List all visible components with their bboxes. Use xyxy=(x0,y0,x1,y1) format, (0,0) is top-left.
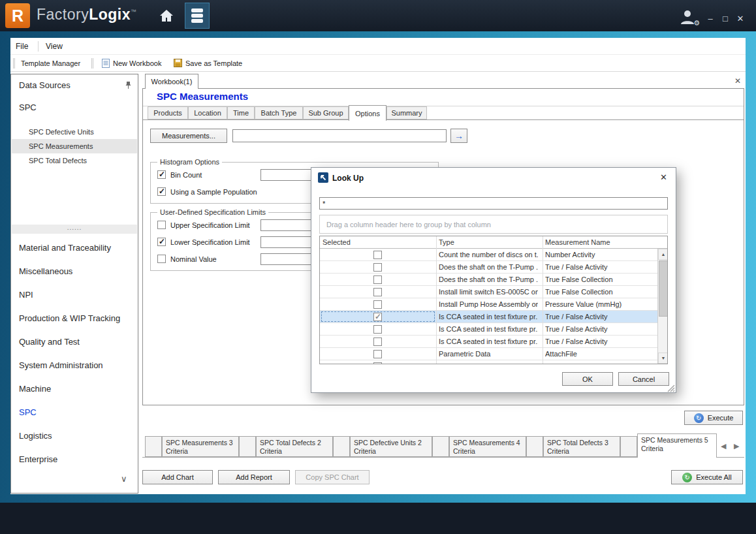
sidebar-splitter[interactable]: ...... xyxy=(12,225,137,234)
column-header-measurement-name[interactable]: Measurement Name xyxy=(545,238,610,246)
lookup-row[interactable]: Is CCA seated in test fixture pr... True… xyxy=(320,336,657,348)
row-select-checkbox[interactable] xyxy=(373,325,382,334)
gear-icon: ⚙ xyxy=(693,19,700,27)
tab-location[interactable]: Location xyxy=(188,106,227,119)
row-select-checkbox[interactable] xyxy=(373,263,382,272)
row-select-checkbox[interactable] xyxy=(373,251,382,259)
lookup-dialog-close-icon[interactable]: ✕ xyxy=(660,172,667,182)
criteria-tab-spacer[interactable] xyxy=(620,436,637,457)
lookup-row[interactable]: Count the number of discs on t... Number… xyxy=(320,249,657,261)
lookup-row[interactable]: Does the shaft on the T-Pump ... True Fa… xyxy=(320,274,657,286)
tab-batch-type[interactable]: Batch Type xyxy=(255,106,303,119)
tab-time[interactable]: Time xyxy=(227,106,255,119)
row-select-checkbox[interactable] xyxy=(373,275,382,284)
cell-type: Install Pump Hose Assembly on... xyxy=(439,300,538,308)
criteria-scroll-right-icon[interactable]: ▶ xyxy=(734,442,739,450)
criteria-tab-spc-total-defects-3[interactable]: SPC Total Defects 3 Criteria xyxy=(543,436,620,457)
bin-count-checkbox[interactable] xyxy=(157,170,166,179)
row-select-checkbox[interactable] xyxy=(373,338,382,346)
lookup-row[interactable]: Is CCA seated in test fixture pr... True… xyxy=(320,323,657,336)
save-as-template-button[interactable]: Save as Template xyxy=(185,59,242,67)
scrollbar-up-icon[interactable]: ▲ xyxy=(658,249,668,260)
tab-summary[interactable]: Summary xyxy=(386,106,427,119)
sidebar-category-npi[interactable]: NPI xyxy=(19,290,33,300)
add-chart-button[interactable]: Add Chart xyxy=(142,470,213,484)
group-by-drop-zone[interactable]: Drag a column header here to group by th… xyxy=(319,215,668,234)
template-manager-button[interactable]: Template Manager xyxy=(21,59,80,67)
add-report-button[interactable]: Add Report xyxy=(218,470,290,484)
lookup-row-selected[interactable]: Is CCA seated in test fixture pr... True… xyxy=(320,311,657,323)
resize-grip[interactable] xyxy=(667,383,675,395)
criteria-tab-spacer[interactable] xyxy=(239,436,256,457)
tab-workbook-1[interactable]: Workbook(1) xyxy=(145,74,198,89)
column-header-type[interactable]: Type xyxy=(439,238,454,246)
sidebar-scroll-down-icon[interactable]: ∨ xyxy=(121,474,127,484)
lookup-arrow-button[interactable]: → xyxy=(450,129,467,143)
lookup-row[interactable]: Install limit switch ES-0005C on... True… xyxy=(320,286,657,298)
lookup-row[interactable]: Does the shaft on the T-Pump ... True / … xyxy=(320,261,657,274)
sidebar-category-logistics[interactable]: Logistics xyxy=(19,431,52,441)
criteria-tab-spacer[interactable] xyxy=(432,436,449,457)
criteria-tab-spacer[interactable] xyxy=(333,436,350,457)
new-workbook-button[interactable]: New Workbook xyxy=(113,59,161,67)
sidebar-category-material-and-traceability[interactable]: Material and Traceability xyxy=(19,243,111,253)
minimize-button[interactable]: – xyxy=(705,14,716,24)
close-button[interactable]: ✕ xyxy=(735,14,746,24)
grid-scrollbar[interactable]: ▲ ▼ xyxy=(657,249,668,364)
criteria-tab-spacer[interactable] xyxy=(145,436,162,457)
measurements-button[interactable]: Measurements... xyxy=(150,129,227,143)
row-select-checkbox[interactable] xyxy=(373,362,382,364)
lookup-filter-input[interactable] xyxy=(319,197,668,210)
sidebar-category-production-wip-tracking[interactable]: Production & WIP Tracking xyxy=(19,313,120,323)
criteria-tab-spc-measurements-5[interactable]: SPC Measurements 5 Criteria xyxy=(637,433,717,458)
scrollbar-down-icon[interactable]: ▼ xyxy=(658,353,668,364)
sidebar-category-miscellaneous[interactable]: Miscellaneous xyxy=(19,266,72,276)
sidebar-item-spc-total-defects[interactable]: SPC Total Defects xyxy=(12,153,137,168)
lookup-dialog-titlebar[interactable]: Look Up ✕ xyxy=(311,168,676,187)
sidebar-category-quality-and-test[interactable]: Quality and Test xyxy=(19,337,80,347)
sidebar-category-machine[interactable]: Machine xyxy=(19,384,51,394)
upper-spec-limit-checkbox[interactable] xyxy=(157,221,166,229)
nominal-value-checkbox[interactable] xyxy=(157,255,166,263)
lower-spec-limit-checkbox[interactable] xyxy=(157,238,166,246)
criteria-scroll-left-icon[interactable]: ◀ xyxy=(721,442,726,450)
tab-options[interactable]: Options xyxy=(349,105,386,121)
row-select-checkbox[interactable] xyxy=(373,288,382,296)
sample-population-checkbox[interactable] xyxy=(157,187,166,196)
tab-sub-group[interactable]: Sub Group xyxy=(303,106,349,119)
lookup-row[interactable]: Install Pump Hose Assembly on... Pressur… xyxy=(320,298,657,311)
workbook-close-icon[interactable]: ✕ xyxy=(734,76,741,86)
row-select-checkbox[interactable] xyxy=(373,313,382,321)
home-button[interactable] xyxy=(157,7,176,25)
tab-products[interactable]: Products xyxy=(148,106,188,119)
pin-icon[interactable] xyxy=(125,80,131,92)
menu-file[interactable]: File xyxy=(16,42,28,51)
criteria-tab-spacer[interactable] xyxy=(526,436,543,457)
menu-view[interactable]: View xyxy=(46,42,63,51)
lookup-row[interactable]: Parametric Data AttachFile xyxy=(320,348,657,360)
execute-button[interactable]: ↻ Execute xyxy=(684,411,743,425)
execute-all-button[interactable]: ↻ Execute All xyxy=(671,470,743,484)
sidebar-category-spc[interactable]: SPC xyxy=(19,407,37,417)
sidebar-group-spc[interactable]: SPC xyxy=(19,102,37,112)
criteria-tab-spc-defective-units-2[interactable]: SPC Defective Units 2 Criteria xyxy=(350,436,432,457)
sidebar-category-system-administration[interactable]: System Administration xyxy=(19,360,103,370)
row-select-checkbox[interactable] xyxy=(373,350,382,358)
column-header-selected[interactable]: Selected xyxy=(323,238,351,246)
criteria-tab-spc-total-defects-2[interactable]: SPC Total Defects 2 Criteria xyxy=(256,436,333,457)
sidebar-category-enterprise[interactable]: Enterprise xyxy=(19,454,57,464)
brand-light: Factory xyxy=(37,6,89,23)
sidebar-item-spc-measurements[interactable]: SPC Measurements xyxy=(12,139,137,153)
lookup-row-partial[interactable] xyxy=(320,360,657,364)
ok-button[interactable]: OK xyxy=(562,372,613,386)
criteria-tab-spc-measurements-3[interactable]: SPC Measurements 3 Criteria xyxy=(162,436,239,457)
user-settings-button[interactable]: ⚙ xyxy=(678,8,697,26)
maximize-button[interactable]: □ xyxy=(720,14,731,24)
row-select-checkbox[interactable] xyxy=(373,300,382,309)
cancel-button[interactable]: Cancel xyxy=(618,372,669,386)
criteria-tab-spc-measurements-4[interactable]: SPC Measurements 4 Criteria xyxy=(449,436,526,457)
workbooks-button[interactable] xyxy=(185,3,210,29)
sidebar-item-spc-defective-units[interactable]: SPC Defective Units xyxy=(12,125,137,139)
measurement-input[interactable] xyxy=(232,129,447,142)
scrollbar-thumb[interactable] xyxy=(659,260,668,317)
